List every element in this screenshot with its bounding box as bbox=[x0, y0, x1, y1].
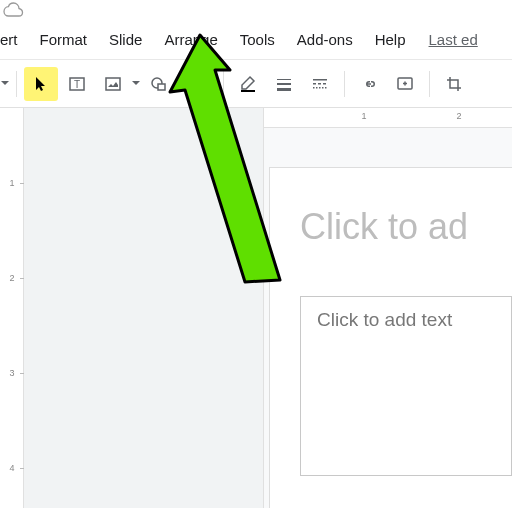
svg-rect-17 bbox=[322, 87, 324, 89]
border-weight-button[interactable] bbox=[267, 67, 301, 101]
ruler-horizontal: 1 2 bbox=[264, 108, 512, 128]
line-caret-icon[interactable] bbox=[207, 81, 217, 86]
svg-rect-4 bbox=[158, 84, 165, 90]
slide[interactable]: Click to ad Click to add text bbox=[270, 168, 512, 508]
image-caret-icon[interactable] bbox=[131, 81, 141, 86]
menu-format[interactable]: Format bbox=[29, 31, 99, 48]
title-placeholder[interactable]: Click to ad bbox=[300, 206, 468, 248]
cloud-saved-icon bbox=[2, 1, 24, 17]
menu-addons[interactable]: Add-ons bbox=[286, 31, 364, 48]
menubar: ert Format Slide Arrange Tools Add-ons H… bbox=[0, 20, 512, 60]
crop-button[interactable] bbox=[437, 67, 471, 101]
svg-rect-13 bbox=[323, 83, 326, 85]
menu-tools[interactable]: Tools bbox=[229, 31, 286, 48]
ruler-vertical: 1 2 3 4 bbox=[0, 108, 24, 508]
svg-rect-7 bbox=[277, 79, 291, 80]
separator bbox=[429, 71, 430, 97]
ruler-tick: 2 bbox=[4, 273, 20, 283]
slide-thumbnail-panel[interactable] bbox=[24, 108, 264, 508]
svg-text:T: T bbox=[74, 79, 80, 90]
menu-help[interactable]: Help bbox=[364, 31, 417, 48]
separator bbox=[16, 71, 17, 97]
ruler-tick: 1 bbox=[4, 178, 20, 188]
menu-slide[interactable]: Slide bbox=[98, 31, 153, 48]
svg-rect-15 bbox=[316, 87, 318, 89]
body-placeholder[interactable]: Click to add text bbox=[300, 296, 512, 476]
separator bbox=[223, 71, 224, 97]
zoom-caret-icon[interactable] bbox=[0, 81, 10, 86]
link-button[interactable] bbox=[352, 67, 386, 101]
ruler-tick: 4 bbox=[4, 463, 20, 473]
menu-insert[interactable]: ert bbox=[0, 31, 29, 48]
shape-tool-button[interactable] bbox=[142, 67, 176, 101]
separator bbox=[344, 71, 345, 97]
svg-rect-10 bbox=[313, 79, 327, 81]
svg-rect-18 bbox=[325, 87, 327, 89]
svg-line-5 bbox=[186, 78, 198, 90]
image-tool-button[interactable] bbox=[96, 67, 130, 101]
textbox-tool-button[interactable]: T bbox=[60, 67, 94, 101]
line-tool-button[interactable] bbox=[178, 67, 206, 101]
comment-button[interactable] bbox=[388, 67, 422, 101]
svg-rect-6 bbox=[241, 90, 255, 92]
toolbar: T bbox=[0, 60, 512, 108]
cursor-tool-button[interactable] bbox=[24, 67, 58, 101]
svg-rect-11 bbox=[313, 83, 316, 85]
svg-rect-14 bbox=[313, 87, 315, 89]
svg-rect-12 bbox=[318, 83, 321, 85]
border-dash-button[interactable] bbox=[303, 67, 337, 101]
svg-rect-16 bbox=[319, 87, 321, 89]
ruler-tick: 2 bbox=[449, 111, 469, 121]
border-color-button[interactable] bbox=[231, 67, 265, 101]
svg-rect-9 bbox=[277, 88, 291, 91]
slide-canvas[interactable]: Click to ad Click to add text bbox=[264, 128, 512, 508]
svg-rect-2 bbox=[106, 78, 120, 90]
last-edited-link[interactable]: Last ed bbox=[417, 31, 478, 48]
ruler-tick: 1 bbox=[354, 111, 374, 121]
svg-rect-8 bbox=[277, 83, 291, 85]
ruler-tick: 3 bbox=[4, 368, 20, 378]
menu-arrange[interactable]: Arrange bbox=[153, 31, 228, 48]
